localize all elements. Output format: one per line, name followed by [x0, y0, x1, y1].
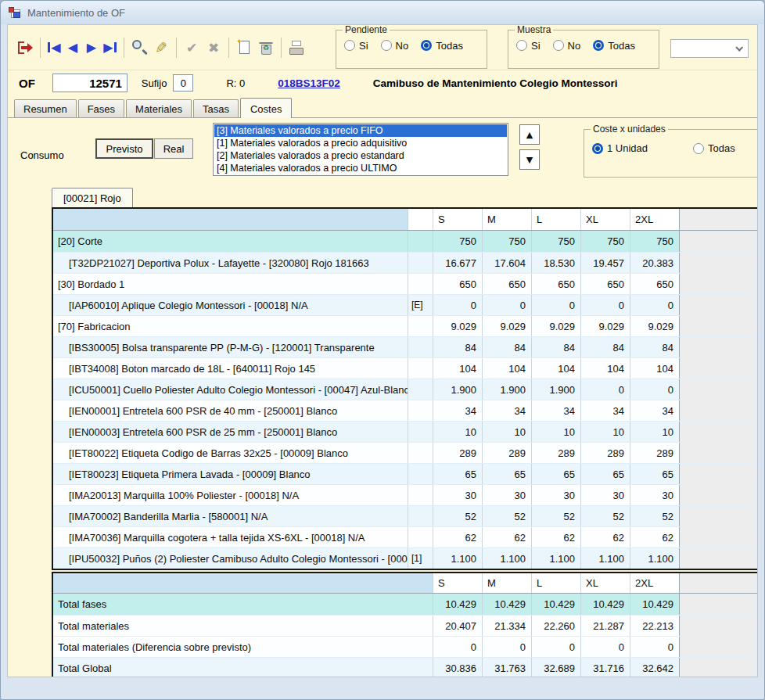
table-row[interactable]: [IBS30005] Bolsa transparente PP (P-M-G)… [53, 336, 758, 357]
delete-icon[interactable]: ♻ [255, 36, 277, 59]
table-row[interactable]: [70] Fabricacion9.0299.0299.0299.0299.02… [53, 315, 758, 336]
totals-row-filler-cell [679, 594, 758, 615]
cancel-icon[interactable]: ✖ [203, 36, 224, 59]
radio-icon [421, 40, 432, 51]
color-tab-rojo[interactable]: [00021] Rojo [52, 188, 133, 207]
valuation-list-item[interactable]: [1] Materiales valorados a precio adquis… [214, 137, 507, 149]
print-icon[interactable] [286, 36, 307, 59]
totals-row[interactable]: Total Global30.83631.76332.68931.71632.6… [53, 657, 758, 677]
row-label: [IEN00003] Entretela 600 PSR de 25 mm - … [53, 422, 408, 442]
totals-row[interactable]: Total materiales (Diferencia sobre previ… [53, 636, 758, 657]
tab-resumen[interactable]: Resumen [14, 99, 77, 117]
toolbar-separator [176, 38, 177, 58]
previsto-button[interactable]: Previsto [95, 138, 153, 159]
muestra-radio-si[interactable]: Si [516, 40, 541, 52]
table-row[interactable]: [IMA70036] Marquilla cogotera + talla te… [53, 526, 758, 547]
column-header-2xl: 2XL [630, 209, 679, 230]
table-row[interactable]: [IEN00001] Entretela 600 PSR de 40 mm - … [53, 400, 758, 421]
pendiente-radio-si[interactable]: Si [344, 40, 368, 52]
cost-cell: 0 [482, 295, 531, 315]
cost-cell: 650 [433, 274, 482, 294]
table-row[interactable]: [ICU50001] Cuello Poliester Adulto Coleg… [53, 379, 758, 400]
table-row[interactable]: [IET80023] Etiqueta Primera Lavada - [00… [53, 463, 758, 484]
cost-cell: 65 [630, 464, 679, 484]
move-down-button[interactable]: ▼ [519, 149, 540, 170]
confirm-icon[interactable]: ✔ [181, 36, 203, 59]
valuation-list-item[interactable]: [2] Materiales valorados a precio estand… [214, 149, 507, 162]
sufijo-input[interactable] [173, 74, 193, 92]
cost-cell: 16.677 [433, 253, 482, 273]
nav-next-icon[interactable]: ▶ [82, 36, 101, 59]
muestra-radio-no[interactable]: No [553, 40, 581, 52]
muestra-label: Muestra [515, 24, 553, 35]
table-row[interactable]: [IEN00003] Entretela 600 PSR de 25 mm - … [53, 421, 758, 442]
search-icon[interactable] [128, 36, 150, 59]
muestra-radio-todas[interactable]: Todas [593, 40, 635, 52]
order-header-row: OF Sufijo R: 0 018BS13F02 Camibuso de Ma… [8, 70, 757, 95]
table-row[interactable]: [IET80022] Etiqueta Codigo de Barras 32x… [53, 442, 758, 463]
totals-cell: 31.763 [482, 658, 531, 677]
move-up-button[interactable]: ▲ [519, 124, 540, 145]
totals-cell: 21.287 [580, 616, 630, 636]
row-label: [IBT34008] Boton marcado de 18L - [64001… [53, 358, 408, 379]
table-row[interactable]: [T32DP21027] Deportiva Polux - Lafayette… [53, 252, 758, 273]
cost-cell: 30 [482, 485, 531, 505]
pendiente-radio-no[interactable]: No [381, 40, 409, 52]
radio-icon [553, 40, 564, 51]
tab-materiales[interactable]: Materiales [126, 99, 192, 117]
row-filler-cell [679, 443, 758, 463]
exit-icon[interactable] [14, 36, 36, 59]
valuation-list-item[interactable]: [4] Materiales valorados a precio ULTIMO [214, 162, 507, 174]
row-filler-cell [679, 379, 758, 400]
row-filler-cell [679, 422, 758, 442]
toolbar-separator [40, 38, 41, 58]
row-flag: [E] [408, 295, 433, 315]
totals-row[interactable]: Total fases10.42910.42910.42910.42910.42… [53, 594, 758, 615]
table-row[interactable]: [30] Bordado 1650650650650650 [53, 273, 758, 294]
row-label: [IBS30005] Bolsa transparente PP (P-M-G)… [53, 337, 408, 357]
row-flag [408, 464, 433, 484]
nav-last-icon[interactable]: ▶ [101, 36, 120, 59]
table-row[interactable]: [20] Corte750750750750750 [53, 231, 758, 252]
radio-icon [344, 40, 355, 51]
nav-prev-icon[interactable]: ◀ [63, 36, 82, 59]
valuation-list-item[interactable]: [3] Materiales valorados a precio FIFO [214, 124, 507, 137]
totals-cell: 10.429 [630, 594, 679, 615]
order-description: Camibuso de Mantenimiento Colegio Montes… [373, 77, 618, 89]
totals-row-filler-cell [679, 616, 758, 636]
cost-cell: 65 [580, 464, 630, 484]
table-row[interactable]: [IMA70002] Banderilla Marlia - [580001] … [53, 505, 758, 526]
pendiente-radio-todas[interactable]: Todas [421, 40, 463, 52]
cost-cell: 84 [580, 337, 630, 357]
row-flag [408, 316, 433, 336]
title-bar: Mantenimiento de OF [1, 1, 764, 24]
totals-column-header-l: L [531, 573, 580, 593]
cost-cell: 750 [482, 231, 531, 252]
row-label: [IPU50032] Puños (2) Poliester Camibuso … [53, 548, 408, 569]
row-flag [408, 485, 433, 505]
table-row[interactable]: [IPU50032] Puños (2) Poliester Camibuso … [53, 547, 758, 569]
row-flag [408, 358, 433, 379]
tab-tasas[interactable]: Tasas [193, 99, 239, 117]
coste-unidades-radio-todas[interactable]: Todas [693, 142, 735, 154]
reference-link[interactable]: 018BS13F02 [278, 77, 340, 89]
toolbar-icon-group: ◀◀▶▶✎✔✖✦♻ [14, 36, 307, 59]
color-tabstrip: [00021] Rojo [8, 185, 757, 207]
table-row[interactable]: [IBT34008] Boton marcado de 18L - [64001… [53, 357, 758, 379]
table-row[interactable]: [IMA20013] Marquilla 100% Poliester - [0… [53, 484, 758, 505]
new-doc-icon[interactable]: ✦ [233, 36, 255, 59]
cost-cell: 750 [531, 231, 580, 252]
nav-first-icon[interactable]: ◀ [45, 36, 63, 59]
totals-row[interactable]: Total materiales20.40721.33422.26021.287… [53, 615, 758, 636]
row-flag [408, 422, 433, 442]
coste-unidades-radio-1-unidad[interactable]: 1 Unidad [592, 142, 648, 154]
tab-fases[interactable]: Fases [78, 99, 124, 117]
cost-cell: 650 [580, 274, 630, 294]
edit-icon[interactable]: ✎ [150, 36, 172, 59]
of-number-input[interactable] [52, 74, 128, 92]
tab-costes[interactable]: Costes [240, 98, 292, 118]
toolbar-combobox[interactable] [670, 39, 749, 58]
table-row[interactable]: [IAP60010] Aplique Colegio Montessori - … [53, 294, 758, 315]
cost-cell: 34 [580, 400, 630, 421]
real-button[interactable]: Real [154, 138, 193, 159]
